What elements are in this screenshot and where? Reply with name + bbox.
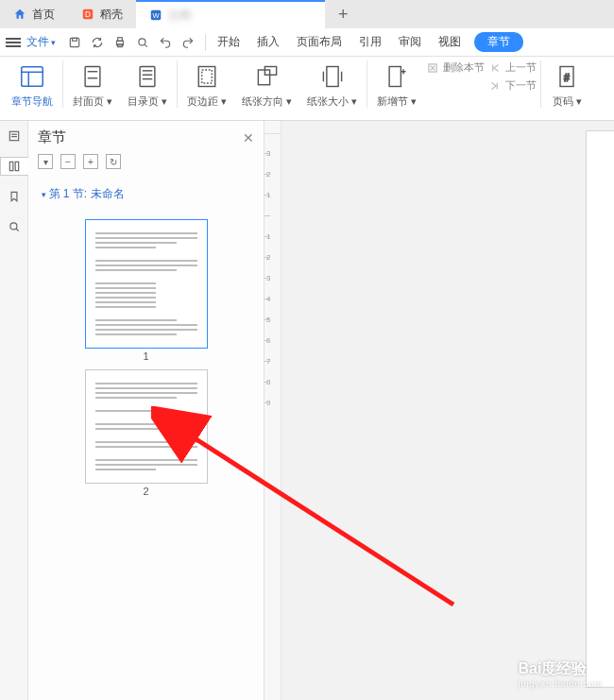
ribbon-new-section[interactable]: 新增节 ▾: [371, 60, 422, 109]
tab-home[interactable]: 首页: [0, 0, 68, 28]
svg-text:W: W: [152, 11, 160, 20]
sidetab-chapter[interactable]: [0, 157, 28, 176]
preview-icon[interactable]: [135, 35, 150, 50]
ribbon-section-ops: 删除本节: [426, 60, 485, 82]
label: 纸张大小 ▾: [307, 94, 357, 109]
panel-close-button[interactable]: ✕: [243, 130, 254, 145]
sidetab-bookmark[interactable]: [5, 187, 24, 206]
page-thumbnail-1[interactable]: [85, 219, 208, 349]
ribbon-page-number[interactable]: # 页码 ▾: [545, 60, 588, 109]
svg-line-39: [15, 229, 18, 231]
panel-tool-refresh[interactable]: ↻: [106, 154, 121, 169]
menu-start[interactable]: 开始: [215, 30, 242, 54]
file-menu[interactable]: 文件: [26, 34, 56, 50]
paper-size-icon: [316, 60, 349, 93]
tab-document-label: 文档: [168, 8, 300, 24]
home-icon: [13, 8, 26, 21]
main-menus: 开始 插入 页面布局 引用 审阅 视图: [215, 30, 463, 54]
ribbon-delete-section[interactable]: 删除本节: [426, 60, 485, 75]
ribbon-toc-page[interactable]: 目录页 ▾: [122, 60, 173, 109]
hamburger-icon[interactable]: [6, 38, 21, 47]
label: 纸张方向 ▾: [242, 94, 292, 109]
separator: [62, 60, 63, 108]
tab-home-label: 首页: [32, 7, 55, 23]
menu-chapter-active[interactable]: 章节: [474, 32, 523, 52]
panel-header: 章节 ✕: [28, 121, 264, 154]
label: 删除本节: [443, 60, 485, 75]
undo-icon[interactable]: [158, 35, 173, 50]
separator: [205, 34, 206, 51]
label: 页边距 ▾: [187, 94, 227, 109]
new-section-icon: [381, 60, 413, 93]
ribbon-margins[interactable]: 页边距 ▾: [181, 60, 232, 109]
label: 新增节 ▾: [377, 94, 417, 109]
separator: [177, 60, 178, 108]
menu-review[interactable]: 审阅: [397, 30, 423, 54]
panel-tool-expand[interactable]: ▾: [38, 154, 53, 169]
chapter-panel: 章节 ✕ ▾ − + ↻ 第 1 节: 未命名 1: [28, 121, 264, 700]
menu-view[interactable]: 视图: [436, 30, 463, 54]
ribbon-next-section[interactable]: 下一节: [488, 78, 537, 93]
section-1-title[interactable]: 第 1 节: 未命名: [28, 177, 264, 208]
main-area: 章节 ✕ ▾ − + ↻ 第 1 节: 未命名 1: [0, 121, 614, 700]
svg-rect-16: [140, 67, 155, 87]
ribbon-paper-size[interactable]: 纸张大小 ▾: [301, 60, 363, 109]
ribbon-section-nav: 上一节 下一节: [488, 60, 537, 93]
label: 目录页 ▾: [128, 94, 167, 109]
panel-tool-collapse[interactable]: −: [60, 154, 76, 169]
svg-point-9: [139, 38, 145, 44]
print-icon[interactable]: [112, 35, 128, 50]
svg-rect-24: [327, 67, 338, 87]
svg-text:#: #: [564, 72, 570, 83]
label: 上一节: [505, 60, 537, 75]
menu-left: 文件: [6, 34, 56, 50]
svg-rect-7: [118, 37, 123, 41]
word-icon: W: [149, 9, 162, 22]
ribbon-orientation[interactable]: 纸张方向 ▾: [236, 60, 298, 109]
svg-rect-37: [15, 162, 19, 170]
page-number-2: 2: [28, 486, 264, 497]
tab-add[interactable]: +: [325, 0, 362, 28]
redo-icon[interactable]: [180, 35, 196, 50]
svg-rect-36: [9, 162, 13, 170]
tab-document[interactable]: W 文档: [136, 0, 325, 28]
document-page: [586, 130, 614, 688]
label: 章节导航: [11, 94, 53, 109]
tab-daoke[interactable]: D 稻壳: [68, 0, 136, 28]
ribbon-prev-section[interactable]: 上一节: [488, 60, 537, 75]
menu-bar: 文件 开始 插入 页面布局 引用 审阅 视图 章节: [0, 28, 614, 57]
svg-text:D: D: [85, 10, 91, 19]
ribbon-chapter-nav[interactable]: 章节导航: [6, 60, 59, 109]
svg-rect-4: [70, 38, 78, 46]
separator: [540, 60, 541, 108]
sidetab-outline[interactable]: [5, 127, 24, 145]
ribbon: 章节导航 封面页 ▾ 目录页 ▾ 页边距 ▾ 纸张方向 ▾ 纸张大小 ▾ 新增节…: [0, 57, 614, 121]
plus-icon: +: [338, 5, 349, 25]
orientation-icon: [251, 60, 283, 93]
menu-reference[interactable]: 引用: [357, 30, 384, 54]
cover-page-icon: [77, 60, 109, 93]
quick-access-toolbar: [67, 35, 196, 50]
svg-rect-21: [202, 70, 213, 83]
menu-pagelayout[interactable]: 页面布局: [295, 30, 344, 54]
tab-daoke-label: 稻壳: [100, 7, 123, 23]
svg-rect-5: [73, 38, 77, 41]
save-icon[interactable]: [67, 35, 82, 50]
label: 封面页 ▾: [73, 94, 112, 109]
panel-toolbar: ▾ − + ↻: [28, 154, 264, 177]
panel-tool-add[interactable]: +: [83, 154, 98, 169]
page-thumbnail-2[interactable]: [85, 369, 208, 484]
svg-rect-22: [258, 70, 269, 85]
sync-icon[interactable]: [90, 35, 105, 50]
menu-insert[interactable]: 插入: [255, 30, 281, 54]
sidetab-search[interactable]: [5, 217, 24, 236]
label: 下一节: [505, 78, 537, 93]
page-number-icon: #: [551, 60, 583, 93]
document-canvas[interactable]: [281, 121, 614, 700]
ribbon-cover-page[interactable]: 封面页 ▾: [67, 60, 118, 109]
daoke-icon: D: [81, 8, 94, 21]
file-label: 文件: [26, 34, 49, 50]
page-thumbnails: 1 2: [28, 208, 264, 700]
side-tabs: [0, 121, 28, 700]
toc-page-icon: [131, 60, 163, 93]
